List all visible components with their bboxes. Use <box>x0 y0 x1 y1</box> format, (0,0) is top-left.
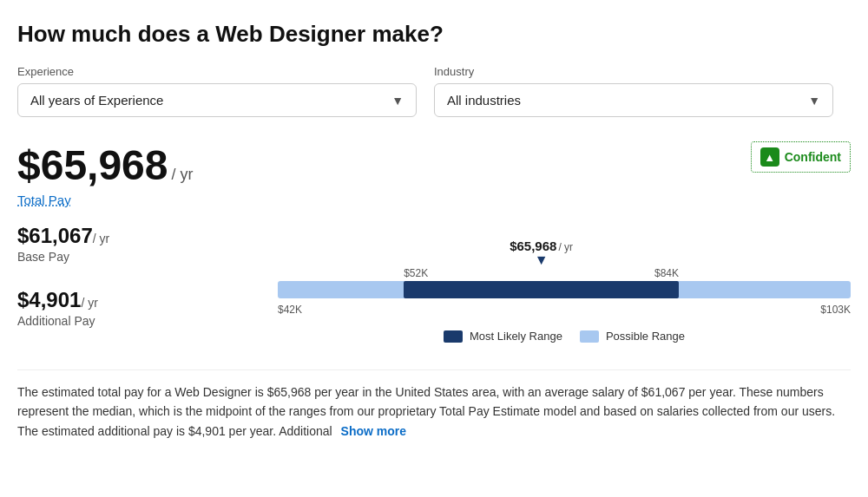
legend-likely-label: Most Likely Range <box>470 330 562 343</box>
salary-bar <box>278 281 851 298</box>
chart-arrow-icon: ▼ <box>510 253 573 267</box>
industry-dropdown[interactable]: All industries ▼ <box>434 83 833 117</box>
chart-range-labels: $52K $84K <box>278 267 851 279</box>
base-pay-unit: / yr <box>93 232 109 245</box>
page-title: How much does a Web Designer make? <box>17 21 851 48</box>
experience-filter-group: Experience All years of Experience ▼ <box>17 65 417 117</box>
chart-axis-labels: $42K $103K <box>278 304 851 316</box>
show-more-button[interactable]: Show more <box>341 424 406 438</box>
total-pay-amount: $65,968 <box>17 142 168 188</box>
filters-row: Experience All years of Experience ▼ Ind… <box>17 65 851 117</box>
base-pay-label: Base Pay <box>17 250 278 264</box>
base-pay-amount: $61,067/ yr <box>17 224 278 248</box>
experience-chevron-icon: ▼ <box>391 94 404 108</box>
chart-axis-max: $103K <box>820 304 851 316</box>
additional-pay-item: $4,901/ yr Additional Pay <box>17 288 278 328</box>
pay-left: $61,067/ yr Base Pay $4,901/ yr Addition… <box>17 224 278 352</box>
chart-range-high: $84K <box>654 267 679 279</box>
confident-label: Confident <box>785 150 841 164</box>
chart-range-low: $52K <box>404 267 428 279</box>
industry-value: All industries <box>447 93 521 108</box>
legend-possible: Possible Range <box>580 330 685 343</box>
total-pay-block: $65,968/ yr Total Pay <box>17 141 194 208</box>
chart-axis-min: $42K <box>278 304 302 316</box>
experience-label: Experience <box>17 65 417 78</box>
experience-dropdown[interactable]: All years of Experience ▼ <box>17 83 417 117</box>
industry-filter-group: Industry All industries ▼ <box>434 65 833 117</box>
description-text: The estimated total pay for a Web Design… <box>17 385 835 438</box>
chart-median-value: $65,968 <box>510 239 556 253</box>
industry-chevron-icon: ▼ <box>808 94 820 108</box>
salary-section: $65,968/ yr Total Pay ▲ Confident <box>17 141 851 208</box>
experience-value: All years of Experience <box>30 93 163 108</box>
total-pay-unit: / yr <box>172 166 194 183</box>
bar-inner <box>404 281 679 298</box>
confident-icon: ▲ <box>760 147 779 167</box>
chart-legend: Most Likely Range Possible Range <box>278 330 851 343</box>
legend-possible-label: Possible Range <box>606 330 685 343</box>
additional-pay-amount: $4,901/ yr <box>17 288 278 312</box>
description-section: The estimated total pay for a Web Design… <box>17 369 851 441</box>
legend-likely: Most Likely Range <box>444 330 562 343</box>
legend-likely-swatch <box>444 330 463 343</box>
chart-area: $65,968 / yr ▼ $52K $84K $42K $103K <box>278 224 851 352</box>
confident-badge: ▲ Confident <box>751 141 851 173</box>
total-pay-label[interactable]: Total Pay <box>17 193 71 207</box>
pay-details: $61,067/ yr Base Pay $4,901/ yr Addition… <box>17 224 851 352</box>
additional-pay-label: Additional Pay <box>17 314 278 328</box>
industry-label: Industry <box>434 65 833 78</box>
base-pay-item: $61,067/ yr Base Pay <box>17 224 278 264</box>
chart-median-unit: / yr <box>558 241 573 253</box>
additional-pay-unit: / yr <box>81 296 97 310</box>
legend-possible-swatch <box>580 330 599 343</box>
bar-outer <box>278 281 851 298</box>
